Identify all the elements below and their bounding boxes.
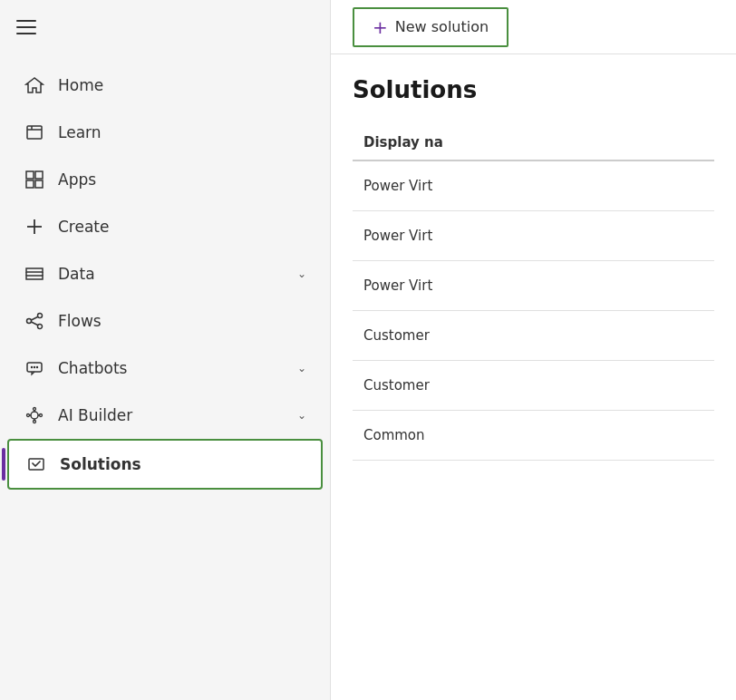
sidebar-nav: Home Learn Apps — [0, 54, 330, 497]
table-row[interactable]: Customer — [353, 311, 714, 361]
table-row[interactable]: Power Virt — [353, 261, 714, 311]
chevron-down-icon: ⌄ — [297, 362, 306, 374]
sidebar: Home Learn Apps — [0, 0, 331, 700]
sidebar-item-label-learn: Learn — [58, 123, 306, 141]
solutions-panel: Solutions Display na Power VirtPower Vir… — [331, 54, 736, 700]
solutions-table: Display na Power VirtPower VirtPower Vir… — [353, 125, 714, 461]
cell-display-name: Common — [353, 411, 714, 461]
svg-point-13 — [27, 319, 32, 324]
sidebar-item-chatbots[interactable]: Chatbots ⌄ — [7, 345, 323, 392]
svg-rect-4 — [35, 171, 43, 179]
sidebar-item-data[interactable]: Data ⌄ — [7, 250, 323, 297]
sidebar-item-label-home: Home — [58, 76, 306, 94]
svg-rect-0 — [27, 126, 42, 139]
svg-rect-3 — [26, 171, 34, 179]
column-header-display-name: Display na — [353, 125, 714, 160]
learn-icon — [24, 122, 45, 143]
sidebar-item-home[interactable]: Home — [7, 62, 323, 109]
chatbots-icon — [24, 357, 45, 379]
create-icon — [24, 216, 45, 238]
svg-point-26 — [40, 414, 43, 417]
sidebar-item-learn[interactable]: Learn — [7, 109, 323, 156]
sidebar-item-label-data: Data — [58, 265, 285, 283]
home-icon — [24, 74, 45, 96]
solutions-icon — [25, 453, 47, 475]
svg-line-17 — [32, 322, 38, 326]
table-row[interactable]: Common — [353, 411, 714, 461]
sidebar-item-label-flows: Flows — [58, 312, 306, 330]
table-row[interactable]: Power Virt — [353, 160, 714, 211]
svg-rect-9 — [26, 268, 43, 272]
svg-line-16 — [32, 317, 38, 321]
cell-display-name: Power Virt — [353, 211, 714, 261]
svg-point-14 — [38, 314, 43, 318]
svg-point-15 — [38, 325, 43, 329]
table-row[interactable]: Power Virt — [353, 211, 714, 261]
apps-icon — [24, 169, 45, 190]
main-content-area: + New solution Solutions Display na Powe… — [331, 0, 736, 700]
sidebar-item-label-apps: Apps — [58, 170, 306, 189]
table-row[interactable]: Customer — [353, 361, 714, 411]
svg-rect-5 — [26, 180, 34, 188]
svg-rect-6 — [35, 180, 43, 188]
flows-icon — [24, 310, 45, 332]
data-icon — [24, 263, 45, 285]
sidebar-item-flows[interactable]: Flows — [7, 297, 323, 345]
svg-point-21 — [36, 366, 38, 368]
svg-point-19 — [31, 366, 33, 368]
chevron-down-icon: ⌄ — [297, 267, 306, 280]
sidebar-item-label-create: Create — [58, 218, 306, 236]
sidebar-item-label-ai-builder: AI Builder — [58, 406, 285, 424]
cell-display-name: Customer — [353, 361, 714, 411]
ai-builder-icon — [24, 404, 45, 426]
sidebar-item-ai-builder[interactable]: AI Builder ⌄ — [7, 392, 323, 439]
svg-point-20 — [34, 366, 35, 368]
sidebar-item-solutions[interactable]: Solutions — [7, 439, 323, 490]
new-solution-button[interactable]: + New solution — [353, 7, 508, 47]
svg-point-25 — [27, 414, 30, 417]
chevron-down-icon: ⌄ — [297, 409, 306, 422]
sidebar-header — [0, 0, 330, 54]
sidebar-item-create[interactable]: Create — [7, 203, 323, 250]
svg-point-24 — [34, 421, 36, 423]
cell-display-name: Power Virt — [353, 160, 714, 211]
menu-icon[interactable] — [16, 20, 36, 34]
sidebar-item-label-chatbots: Chatbots — [58, 359, 285, 377]
new-solution-label: New solution — [395, 18, 489, 35]
sidebar-item-apps[interactable]: Apps — [7, 156, 323, 203]
sidebar-item-label-solutions: Solutions — [60, 455, 305, 473]
cell-display-name: Customer — [353, 311, 714, 361]
plus-icon: + — [373, 18, 388, 36]
svg-rect-10 — [26, 276, 43, 279]
svg-point-23 — [34, 408, 36, 411]
main-header: + New solution — [331, 0, 736, 54]
cell-display-name: Power Virt — [353, 261, 714, 311]
page-title: Solutions — [353, 76, 714, 103]
svg-point-22 — [31, 412, 38, 419]
